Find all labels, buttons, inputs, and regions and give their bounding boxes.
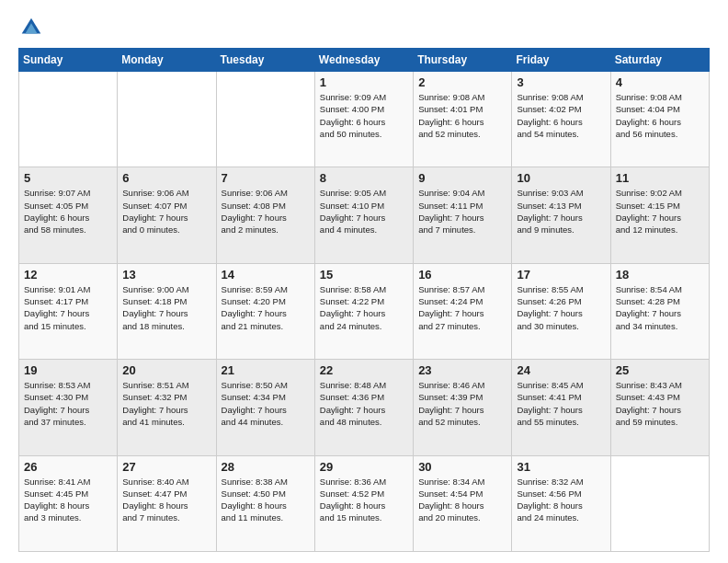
calendar-cell: 20Sunrise: 8:51 AM Sunset: 4:32 PM Dayli… — [118, 360, 216, 455]
calendar-cell: 4Sunrise: 9:08 AM Sunset: 4:04 PM Daylig… — [610, 72, 709, 167]
day-info: Sunrise: 8:51 AM Sunset: 4:32 PM Dayligh… — [122, 379, 210, 428]
day-number: 10 — [517, 171, 605, 185]
day-number: 13 — [122, 268, 210, 282]
calendar-cell: 3Sunrise: 9:08 AM Sunset: 4:02 PM Daylig… — [512, 72, 610, 167]
day-info: Sunrise: 8:57 AM Sunset: 4:24 PM Dayligh… — [418, 283, 506, 332]
day-number: 7 — [222, 171, 310, 185]
day-info: Sunrise: 8:36 AM Sunset: 4:52 PM Dayligh… — [320, 476, 408, 524]
calendar-cell: 25Sunrise: 8:43 AM Sunset: 4:43 PM Dayli… — [610, 360, 709, 455]
calendar-day-header: Monday — [118, 49, 216, 72]
calendar-cell: 14Sunrise: 8:59 AM Sunset: 4:20 PM Dayli… — [216, 263, 314, 359]
day-info: Sunrise: 8:38 AM Sunset: 4:50 PM Dayligh… — [222, 476, 310, 524]
calendar-day-header: Thursday — [414, 49, 512, 72]
day-number: 23 — [418, 363, 506, 377]
calendar-cell: 26Sunrise: 8:41 AM Sunset: 4:45 PM Dayli… — [19, 455, 118, 551]
calendar-week-row: 5Sunrise: 9:07 AM Sunset: 4:05 PM Daylig… — [19, 167, 710, 263]
calendar-week-row: 1Sunrise: 9:09 AM Sunset: 4:00 PM Daylig… — [19, 72, 710, 167]
day-number: 12 — [24, 268, 112, 282]
calendar-cell: 30Sunrise: 8:34 AM Sunset: 4:54 PM Dayli… — [414, 455, 512, 551]
logo-icon — [18, 15, 44, 40]
calendar-cell: 11Sunrise: 9:02 AM Sunset: 4:15 PM Dayli… — [610, 167, 709, 263]
calendar-week-row: 19Sunrise: 8:53 AM Sunset: 4:30 PM Dayli… — [19, 360, 710, 455]
calendar-cell — [610, 455, 709, 551]
calendar-cell: 5Sunrise: 9:07 AM Sunset: 4:05 PM Daylig… — [19, 167, 118, 263]
day-number: 6 — [122, 171, 210, 185]
day-info: Sunrise: 8:46 AM Sunset: 4:39 PM Dayligh… — [418, 379, 506, 428]
calendar-cell — [118, 72, 216, 167]
calendar-cell: 12Sunrise: 9:01 AM Sunset: 4:17 PM Dayli… — [19, 263, 118, 359]
day-number: 25 — [616, 363, 704, 377]
day-info: Sunrise: 8:43 AM Sunset: 4:43 PM Dayligh… — [616, 379, 704, 428]
calendar-cell: 27Sunrise: 8:40 AM Sunset: 4:47 PM Dayli… — [118, 455, 216, 551]
day-number: 26 — [24, 460, 112, 474]
calendar-table: SundayMondayTuesdayWednesdayThursdayFrid… — [18, 48, 710, 552]
day-info: Sunrise: 9:06 AM Sunset: 4:07 PM Dayligh… — [122, 187, 210, 236]
calendar-cell: 18Sunrise: 8:54 AM Sunset: 4:28 PM Dayli… — [610, 263, 709, 359]
day-info: Sunrise: 9:07 AM Sunset: 4:05 PM Dayligh… — [24, 187, 112, 236]
day-info: Sunrise: 8:50 AM Sunset: 4:34 PM Dayligh… — [222, 379, 310, 428]
day-info: Sunrise: 9:01 AM Sunset: 4:17 PM Dayligh… — [24, 283, 112, 332]
day-info: Sunrise: 9:06 AM Sunset: 4:08 PM Dayligh… — [222, 187, 310, 236]
day-number: 2 — [418, 75, 506, 89]
day-number: 17 — [517, 268, 605, 282]
calendar-cell: 22Sunrise: 8:48 AM Sunset: 4:36 PM Dayli… — [314, 360, 413, 455]
day-number: 8 — [320, 171, 408, 185]
page: SundayMondayTuesdayWednesdayThursdayFrid… — [0, 0, 728, 563]
day-info: Sunrise: 9:04 AM Sunset: 4:11 PM Dayligh… — [418, 187, 506, 236]
day-number: 20 — [122, 363, 210, 377]
header — [18, 15, 710, 40]
day-number: 1 — [320, 75, 408, 89]
calendar-cell: 29Sunrise: 8:36 AM Sunset: 4:52 PM Dayli… — [314, 455, 413, 551]
calendar-cell: 21Sunrise: 8:50 AM Sunset: 4:34 PM Dayli… — [216, 360, 314, 455]
day-number: 30 — [418, 460, 506, 474]
calendar-cell: 7Sunrise: 9:06 AM Sunset: 4:08 PM Daylig… — [216, 167, 314, 263]
day-info: Sunrise: 9:00 AM Sunset: 4:18 PM Dayligh… — [122, 283, 210, 332]
day-info: Sunrise: 9:02 AM Sunset: 4:15 PM Dayligh… — [616, 187, 704, 236]
calendar-cell: 28Sunrise: 8:38 AM Sunset: 4:50 PM Dayli… — [216, 455, 314, 551]
day-info: Sunrise: 9:08 AM Sunset: 4:01 PM Dayligh… — [418, 91, 506, 140]
day-info: Sunrise: 9:09 AM Sunset: 4:00 PM Dayligh… — [320, 91, 408, 140]
day-info: Sunrise: 8:40 AM Sunset: 4:47 PM Dayligh… — [122, 476, 210, 524]
day-number: 3 — [517, 75, 605, 89]
day-info: Sunrise: 9:08 AM Sunset: 4:02 PM Dayligh… — [517, 91, 605, 140]
calendar-cell: 10Sunrise: 9:03 AM Sunset: 4:13 PM Dayli… — [512, 167, 610, 263]
day-info: Sunrise: 8:55 AM Sunset: 4:26 PM Dayligh… — [517, 283, 605, 332]
day-number: 29 — [320, 460, 408, 474]
calendar-week-row: 26Sunrise: 8:41 AM Sunset: 4:45 PM Dayli… — [19, 455, 710, 551]
calendar-cell: 13Sunrise: 9:00 AM Sunset: 4:18 PM Dayli… — [118, 263, 216, 359]
day-info: Sunrise: 8:34 AM Sunset: 4:54 PM Dayligh… — [418, 476, 506, 524]
day-info: Sunrise: 9:03 AM Sunset: 4:13 PM Dayligh… — [517, 187, 605, 236]
day-info: Sunrise: 8:58 AM Sunset: 4:22 PM Dayligh… — [320, 283, 408, 332]
calendar-cell — [19, 72, 118, 167]
calendar-cell: 8Sunrise: 9:05 AM Sunset: 4:10 PM Daylig… — [314, 167, 413, 263]
calendar-header-row: SundayMondayTuesdayWednesdayThursdayFrid… — [19, 49, 710, 72]
day-number: 22 — [320, 363, 408, 377]
calendar-cell: 16Sunrise: 8:57 AM Sunset: 4:24 PM Dayli… — [414, 263, 512, 359]
day-number: 18 — [616, 268, 704, 282]
day-info: Sunrise: 8:48 AM Sunset: 4:36 PM Dayligh… — [320, 379, 408, 428]
day-number: 15 — [320, 268, 408, 282]
calendar-day-header: Sunday — [19, 49, 118, 72]
calendar-day-header: Friday — [512, 49, 610, 72]
calendar-cell: 1Sunrise: 9:09 AM Sunset: 4:00 PM Daylig… — [314, 72, 413, 167]
calendar-cell: 15Sunrise: 8:58 AM Sunset: 4:22 PM Dayli… — [314, 263, 413, 359]
calendar-cell: 9Sunrise: 9:04 AM Sunset: 4:11 PM Daylig… — [414, 167, 512, 263]
day-info: Sunrise: 8:54 AM Sunset: 4:28 PM Dayligh… — [616, 283, 704, 332]
day-info: Sunrise: 8:59 AM Sunset: 4:20 PM Dayligh… — [222, 283, 310, 332]
calendar-day-header: Saturday — [610, 49, 709, 72]
day-number: 11 — [616, 171, 704, 185]
day-number: 24 — [517, 363, 605, 377]
calendar-cell: 23Sunrise: 8:46 AM Sunset: 4:39 PM Dayli… — [414, 360, 512, 455]
day-number: 28 — [222, 460, 310, 474]
calendar-day-header: Wednesday — [314, 49, 413, 72]
calendar-week-row: 12Sunrise: 9:01 AM Sunset: 4:17 PM Dayli… — [19, 263, 710, 359]
calendar-cell: 31Sunrise: 8:32 AM Sunset: 4:56 PM Dayli… — [512, 455, 610, 551]
day-number: 14 — [222, 268, 310, 282]
day-info: Sunrise: 9:05 AM Sunset: 4:10 PM Dayligh… — [320, 187, 408, 236]
day-info: Sunrise: 8:53 AM Sunset: 4:30 PM Dayligh… — [24, 379, 112, 428]
logo — [18, 15, 48, 40]
day-number: 21 — [222, 363, 310, 377]
day-number: 16 — [418, 268, 506, 282]
calendar-cell: 2Sunrise: 9:08 AM Sunset: 4:01 PM Daylig… — [414, 72, 512, 167]
calendar-cell: 24Sunrise: 8:45 AM Sunset: 4:41 PM Dayli… — [512, 360, 610, 455]
